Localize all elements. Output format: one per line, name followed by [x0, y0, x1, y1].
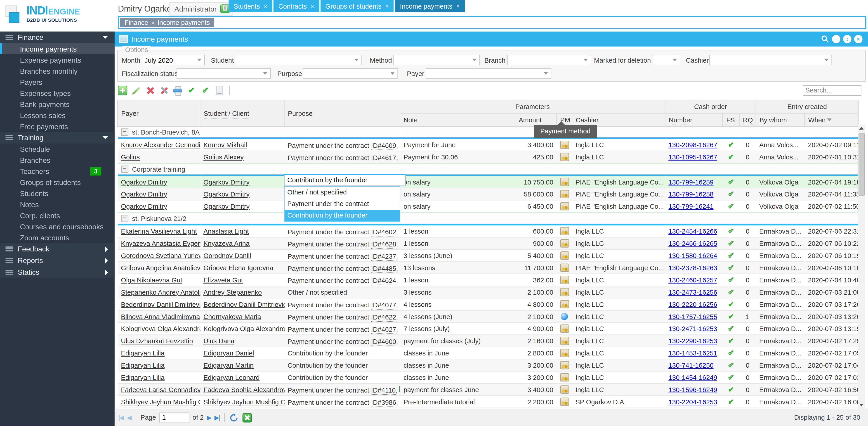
- table-row[interactable]: Ogarkov DmitryOgarkov Dmitryon salary10 …: [118, 175, 858, 188]
- purpose-option[interactable]: Payment under the contract: [285, 198, 400, 210]
- close-tab-icon[interactable]: ×: [456, 3, 460, 9]
- method-select[interactable]: [393, 55, 480, 65]
- contract-id-link[interactable]: ID#4237: [371, 252, 396, 261]
- contract-id-link[interactable]: ID#4627: [371, 325, 396, 334]
- sidebar-section-finance[interactable]: Finance: [0, 32, 115, 43]
- student-link[interactable]: Ulus Dana: [204, 337, 235, 344]
- student-link[interactable]: Edigoryan Daniel: [204, 349, 254, 357]
- payer-link[interactable]: Fadeeva Larisa Gennadievna: [121, 386, 200, 393]
- payer-link[interactable]: Ulus Dzhankat Fevzettin: [121, 337, 193, 344]
- student-link[interactable]: Andrey Stepanenko: [204, 288, 262, 296]
- export-excel-button[interactable]: [242, 413, 252, 422]
- student-link[interactable]: Ogarkov Dmitry: [204, 202, 250, 210]
- table-row[interactable]: Knurov Alexander Gennadiev...Knurov Mikh…: [118, 138, 858, 151]
- cash-order-link[interactable]: 130-1453-16251: [669, 349, 717, 357]
- payer-link[interactable]: Ogarkov Dmitry: [121, 190, 167, 198]
- cash-order-link[interactable]: 130-2204-16253: [669, 398, 717, 406]
- column-header-cashier[interactable]: Cashier: [572, 113, 665, 127]
- cash-order-link[interactable]: 130-2220-16256: [669, 301, 717, 308]
- close-tab-icon[interactable]: ×: [264, 3, 268, 9]
- sidebar-section-statics[interactable]: Statics: [0, 266, 115, 278]
- scrollbar-thumb[interactable]: [859, 133, 865, 196]
- maximize-icon[interactable]: ↕: [843, 35, 851, 43]
- contract-id-link[interactable]: ID#4624: [371, 277, 396, 285]
- prev-page-button[interactable]: ◀: [127, 415, 131, 421]
- sidebar-section-training[interactable]: Training: [0, 132, 115, 143]
- student-link[interactable]: Gorodnov Daniil: [204, 252, 251, 260]
- payer-link[interactable]: Stepanenko Andrey Anatolie...: [121, 288, 200, 296]
- student-select[interactable]: [235, 55, 362, 65]
- purpose-option[interactable]: Contribution by the founder: [285, 210, 400, 221]
- marked-for-deletion-select[interactable]: [653, 55, 680, 65]
- column-header-note[interactable]: Note: [400, 113, 515, 127]
- page-number-input[interactable]: [159, 412, 189, 423]
- sidebar-item-courses-and-coursebooks[interactable]: Courses and coursebooks: [0, 221, 115, 232]
- print-button[interactable]: [173, 85, 183, 95]
- student-link[interactable]: Anastasia Light: [204, 227, 249, 235]
- approve-button[interactable]: ✔: [186, 85, 196, 95]
- search-tool-icon[interactable]: [821, 35, 829, 43]
- tab-students[interactable]: Students×: [228, 0, 272, 12]
- group-row[interactable]: Corporate training: [118, 163, 858, 175]
- table-row[interactable]: Ulus Dzhankat FevzettinUlus DanaPayment …: [118, 335, 858, 347]
- sidebar-item-payers[interactable]: Payers: [0, 77, 115, 88]
- table-row[interactable]: GoliusGolius AlexeyPayment under the con…: [118, 151, 858, 163]
- table-row[interactable]: Ogarkov DmitryOgarkov Dmitryon salary6 4…: [118, 200, 858, 213]
- sidebar-item-free-payments[interactable]: Free payments: [0, 121, 115, 132]
- sidebar-item-income-payments[interactable]: Income payments: [0, 43, 115, 54]
- payer-link[interactable]: Blinova Anna Vladimirovna: [121, 312, 200, 320]
- search-input[interactable]: [803, 85, 862, 96]
- close-tab-icon[interactable]: ×: [311, 3, 314, 9]
- student-link[interactable]: Knurov Mikhail: [204, 141, 247, 149]
- edit-button[interactable]: [131, 85, 141, 95]
- table-row[interactable]: Ogarkov DmitryOgarkov Dmitryon salary58 …: [118, 188, 858, 200]
- breadcrumb-section[interactable]: Finance: [125, 18, 148, 27]
- collapse-icon[interactable]: −: [832, 35, 840, 43]
- table-row[interactable]: Gribova Angelina AnatolievnaGribova Elen…: [118, 262, 858, 274]
- cashier-select[interactable]: [709, 55, 832, 65]
- sidebar-section-feedback[interactable]: Feedback: [0, 243, 115, 254]
- sidebar-item-lessons-sales[interactable]: Lessons sales: [0, 110, 115, 121]
- payer-link[interactable]: Knurov Alexander Gennadiev...: [121, 141, 200, 149]
- last-page-button[interactable]: ▶|: [215, 415, 220, 421]
- payer-link[interactable]: Olga Nikolaevna Gut: [121, 276, 182, 284]
- sidebar-section-reports[interactable]: Reports: [0, 255, 115, 266]
- table-row[interactable]: Kologrivova Olga Alexandrov...Kologrivov…: [118, 323, 858, 335]
- next-page-button[interactable]: ▶: [207, 415, 211, 421]
- collapse-group-icon[interactable]: [121, 128, 128, 135]
- first-page-button[interactable]: |◀: [119, 415, 124, 421]
- student-link[interactable]: Knyazeva Arina: [204, 239, 250, 247]
- payer-link[interactable]: Ogarkov Dmitry: [121, 202, 167, 210]
- sidebar-item-corp-clients[interactable]: Corp. clients: [0, 210, 115, 221]
- delete-button[interactable]: [145, 85, 155, 95]
- student-link[interactable]: Golius Alexey: [204, 153, 244, 161]
- sidebar-item-groups-of-students[interactable]: Groups of students: [0, 177, 115, 188]
- tab-contracts[interactable]: Contracts×: [273, 0, 319, 12]
- contract-id-link[interactable]: ID#4077: [371, 301, 396, 309]
- group-row[interactable]: st. Bonch-Bruevich, 8A: [118, 127, 858, 138]
- column-header-fs[interactable]: FS: [723, 113, 739, 127]
- sidebar-item-notes[interactable]: Notes: [0, 199, 115, 210]
- close-tab-icon[interactable]: ×: [385, 3, 389, 9]
- student-link[interactable]: Bederdinov Daniil Dmitrievich: [204, 301, 284, 308]
- cash-order-link[interactable]: 130-1580-16264: [669, 252, 717, 260]
- tab-income-payments[interactable]: Income payments×: [395, 0, 465, 12]
- contract-id-link[interactable]: ID#4485: [371, 264, 396, 273]
- payer-link[interactable]: Edigaryan Lilia: [121, 373, 164, 381]
- cash-order-link[interactable]: 130-799-16241: [669, 202, 713, 210]
- payer-link[interactable]: Knyazeva Anastasia Evgenie...: [121, 239, 200, 247]
- cash-order-link[interactable]: 130-2471-16253: [669, 325, 717, 332]
- column-header-when[interactable]: When: [805, 113, 859, 127]
- column-header-by-whom[interactable]: By whom: [756, 113, 805, 127]
- cash-order-link[interactable]: 130-799-16259: [669, 178, 713, 186]
- table-row[interactable]: Ekaterina Vasilievna LightAnastasia Ligh…: [118, 224, 858, 237]
- table-row[interactable]: Edigaryan LiliaEdigaryan LeonardContribu…: [118, 371, 858, 384]
- student-link[interactable]: Edigaryan Martin: [204, 361, 254, 369]
- collapse-group-icon[interactable]: [121, 165, 128, 173]
- group-row[interactable]: st. Piskunova 21/2: [118, 213, 858, 224]
- table-row[interactable]: Shikhyev Jeyhun Mushfig OgluShikhyev Jey…: [118, 396, 858, 408]
- close-icon[interactable]: ×: [854, 35, 863, 43]
- table-row[interactable]: Edigaryan LiliaEdigoryan DanielContribut…: [118, 347, 858, 359]
- column-header-student[interactable]: Student / Client: [200, 100, 284, 127]
- contract-id-link[interactable]: ID#4617: [371, 154, 396, 162]
